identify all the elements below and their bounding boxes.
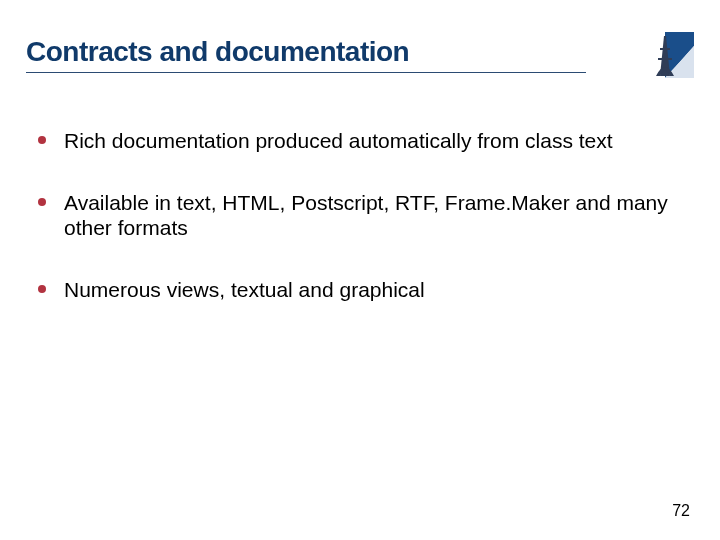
slide-body: Rich documentation produced automaticall… <box>36 128 684 338</box>
slide: Contracts and documentation Rich documen… <box>0 0 720 540</box>
list-item: Available in text, HTML, Postscript, RTF… <box>36 190 684 241</box>
header: Contracts and documentation <box>26 36 694 73</box>
bullet-list: Rich documentation produced automaticall… <box>36 128 684 302</box>
title-rule <box>26 72 586 73</box>
slide-title: Contracts and documentation <box>26 36 694 68</box>
eiffel-tower-icon <box>636 32 694 78</box>
svg-rect-1 <box>660 48 670 50</box>
svg-rect-2 <box>658 58 672 60</box>
bullet-text: Numerous views, textual and graphical <box>64 278 425 301</box>
list-item: Numerous views, textual and graphical <box>36 277 684 303</box>
bullet-text: Available in text, HTML, Postscript, RTF… <box>64 191 668 240</box>
list-item: Rich documentation produced automaticall… <box>36 128 684 154</box>
bullet-text: Rich documentation produced automaticall… <box>64 129 613 152</box>
page-number: 72 <box>672 502 690 520</box>
